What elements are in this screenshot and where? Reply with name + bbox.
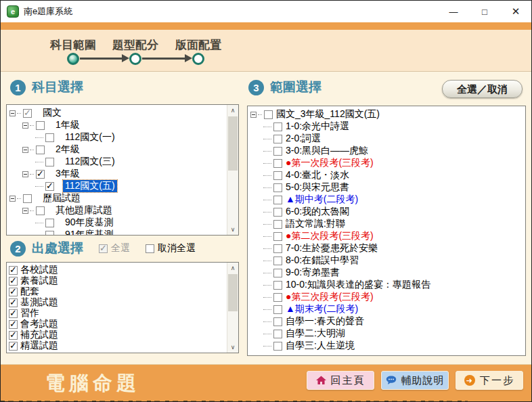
tree-item-label[interactable]: ▲期中考(二段考) (284, 194, 360, 206)
tree-item[interactable]: 8-0:在錯誤中學習 (248, 254, 523, 267)
tree-item[interactable]: 自學三:人生逆境 (248, 340, 523, 352)
select-all-checkbox[interactable] (99, 244, 108, 253)
checkbox[interactable] (273, 232, 282, 241)
tree-item[interactable]: 112國文(五) (7, 180, 225, 192)
checkbox[interactable] (45, 182, 54, 191)
tree-item[interactable]: 1年級 (7, 119, 225, 131)
list-item[interactable]: 會考試題 (7, 319, 225, 330)
maximize-button[interactable]: □ (469, 1, 500, 22)
next-button[interactable]: ➜ 下一步 (456, 371, 523, 390)
list-item[interactable]: 基測試題 (7, 297, 225, 308)
checkbox[interactable] (9, 277, 18, 286)
checkbox[interactable] (273, 135, 282, 143)
checkbox[interactable] (9, 320, 18, 329)
tree-item[interactable]: 2-0:詞選 (248, 133, 523, 145)
expander-icon[interactable] (250, 112, 257, 118)
tree-item-label[interactable]: 4-0:臺北・淡水 (284, 169, 351, 181)
tree-item[interactable]: 7-0:生於憂患死於安樂 (248, 242, 523, 254)
tree-item[interactable]: 112國文(一) (7, 131, 225, 143)
tree-item-label[interactable]: ●第一次段考(三段考) (284, 157, 376, 169)
tree-item[interactable]: 3年級 (7, 168, 225, 180)
tree-item-label[interactable]: 5-0:與宋元思書 (284, 181, 351, 194)
scrollbar-thumb[interactable] (228, 116, 238, 171)
scroll-up-icon[interactable]: ∧ (227, 105, 238, 116)
step-circle-1[interactable] (67, 53, 79, 65)
checkbox[interactable] (273, 281, 282, 290)
checkbox[interactable] (9, 298, 18, 307)
list-item[interactable]: 配套 (7, 286, 225, 297)
scrollbar[interactable]: ∧ ∨ (227, 105, 238, 235)
tree-item[interactable]: 9-0:寄弟墨書 (248, 267, 523, 279)
checkbox[interactable] (273, 305, 282, 314)
list-item[interactable]: 習作 (7, 308, 225, 319)
close-button[interactable]: ✕ (500, 1, 531, 22)
checkbox[interactable] (23, 194, 32, 203)
checkbox[interactable] (9, 288, 18, 296)
tree-item-label[interactable]: 自學三:人生逆境 (284, 340, 357, 352)
tree-item-label[interactable]: 9-0:寄弟墨書 (284, 267, 342, 279)
checkbox[interactable] (45, 133, 54, 142)
tree-item-label[interactable]: 90年度基測 (63, 217, 116, 229)
deselect-all-checkbox[interactable] (146, 244, 154, 253)
tree-item-label[interactable]: 自學二:大明湖 (284, 328, 347, 340)
tree-item[interactable]: 1-0:余光中詩選 (248, 120, 523, 133)
tree-item-label[interactable]: 1年級 (53, 119, 82, 131)
tree-item-label[interactable]: ●第二次段考(三段考) (284, 230, 376, 242)
checkbox[interactable] (273, 269, 282, 277)
tree-item[interactable]: 3-0:黑與白——虎鯨 (248, 145, 523, 157)
tree-item[interactable]: 自學二:大明湖 (248, 328, 523, 340)
step-circle-2[interactable] (129, 53, 141, 65)
checkbox[interactable] (264, 110, 273, 119)
home-button[interactable]: 回主頁 (307, 371, 374, 390)
tree-item[interactable]: 6-0:我的太魯閣 (248, 206, 523, 218)
tree-item-label[interactable]: 6-0:我的太魯閣 (284, 206, 351, 218)
list-item[interactable]: 各校試題 (7, 265, 225, 275)
checkbox[interactable] (273, 183, 282, 192)
expander-icon[interactable] (9, 110, 16, 116)
tree-item-label[interactable]: 112國文(三) (63, 156, 117, 168)
checkbox[interactable] (9, 309, 18, 318)
checkbox[interactable] (273, 159, 282, 168)
scroll-down-icon[interactable]: ∨ (227, 224, 238, 235)
tree-item[interactable]: 112國文(三) (7, 156, 225, 168)
tree-item-label[interactable]: 91年度基測 (63, 229, 116, 236)
tree-item[interactable]: ●第三次段考(三段考) (248, 291, 523, 303)
checkbox[interactable] (45, 219, 54, 227)
checkbox[interactable] (273, 171, 282, 180)
tree-item-label[interactable]: 1-0:余光中詩選 (284, 120, 351, 133)
scrollbar-thumb[interactable] (228, 274, 238, 311)
checkbox[interactable] (273, 122, 282, 131)
tree-item-label[interactable]: 112國文(一) (63, 131, 117, 143)
checkbox[interactable] (273, 208, 282, 217)
expander-icon[interactable] (9, 196, 16, 202)
tree-item[interactable]: ●第二次段考(三段考) (248, 230, 523, 242)
checkbox[interactable] (36, 170, 45, 179)
checkbox[interactable] (273, 330, 282, 338)
list-item[interactable]: 精選試題 (7, 340, 225, 351)
checkbox[interactable] (45, 158, 54, 166)
expander-icon[interactable] (22, 208, 28, 214)
tree-item-label[interactable]: 其他題庫試題 (53, 204, 114, 217)
help-button[interactable]: 輔助說明 (381, 371, 449, 390)
tree-item[interactable]: 國文 (7, 107, 225, 119)
tree-item[interactable]: 其他題庫試題 (7, 204, 225, 217)
checkbox[interactable] (273, 256, 282, 265)
tree-item[interactable]: 自學一:春天的聲音 (248, 315, 523, 328)
checkbox[interactable] (273, 293, 282, 302)
checkbox[interactable] (9, 342, 18, 351)
tree-item[interactable]: 2年級 (7, 143, 225, 156)
tree-item-label[interactable]: ●第三次段考(三段考) (284, 291, 376, 303)
tree-item-label[interactable]: 2-0:詞選 (284, 133, 323, 145)
checkbox[interactable] (9, 331, 18, 340)
tree-item-label[interactable]: 2年級 (53, 143, 82, 156)
checkbox[interactable] (273, 244, 282, 253)
minimize-button[interactable]: — (438, 1, 469, 22)
step-circle-3[interactable] (192, 53, 204, 65)
tree-item-label[interactable]: 7-0:生於憂患死於安樂 (284, 242, 380, 254)
tree-item[interactable]: 4-0:臺北・淡水 (248, 169, 523, 181)
tree-item[interactable]: 國文_3年級_112國文(五) (248, 108, 523, 120)
checkbox[interactable] (36, 146, 45, 154)
tree-item[interactable]: 語文常識:對聯 (248, 218, 523, 230)
tree-item-label[interactable]: 3年級 (53, 168, 82, 180)
tree-item[interactable]: ▲期中考(二段考) (248, 194, 523, 206)
